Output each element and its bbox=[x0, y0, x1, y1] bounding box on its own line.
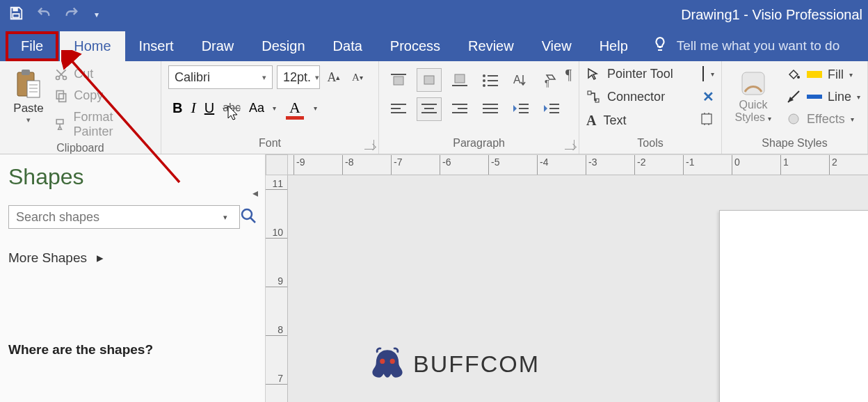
svg-text:A: A bbox=[513, 74, 521, 86]
paragraph-marks-button[interactable]: ¶ bbox=[565, 67, 572, 83]
svg-rect-10 bbox=[59, 93, 66, 102]
align-left-button[interactable] bbox=[386, 97, 411, 121]
font-size-value: 12pt. bbox=[283, 70, 311, 85]
paragraph-dialog-launcher[interactable] bbox=[565, 140, 574, 150]
rotate-text-button[interactable]: ¶ bbox=[539, 68, 564, 92]
text-tool-button[interactable]: A Text bbox=[586, 112, 714, 129]
font-name-combo[interactable]: Calibri▾ bbox=[168, 65, 273, 89]
shapes-pane-title: Shapes bbox=[8, 164, 257, 190]
tab-review[interactable]: Review bbox=[454, 31, 528, 61]
ruler-horizontal: -9-8-7-6-5-4-3-2-10123 bbox=[288, 154, 868, 175]
save-icon[interactable] bbox=[8, 6, 24, 24]
svg-point-18 bbox=[483, 74, 485, 77]
effects-button[interactable]: Effects▾ bbox=[786, 111, 860, 127]
document-title: Drawing1 - Visio Professional bbox=[681, 7, 862, 23]
tab-file[interactable]: File bbox=[6, 31, 58, 61]
redo-icon[interactable] bbox=[64, 6, 79, 24]
svg-rect-0 bbox=[13, 8, 17, 12]
qat-customize-icon[interactable]: ▾ bbox=[92, 10, 99, 19]
shapes-pane: Shapes ◂ ▾ More Shapes ▸ Where are the s… bbox=[0, 154, 266, 402]
title-bar: ▾ Drawing1 - Visio Professional bbox=[0, 0, 868, 29]
font-name-value: Calibri bbox=[175, 70, 210, 85]
svg-rect-4 bbox=[27, 81, 40, 97]
more-shapes-button[interactable]: More Shapes ▸ bbox=[8, 250, 257, 266]
quick-styles-button[interactable]: Quick Styles ▾ bbox=[729, 65, 778, 123]
svg-rect-1 bbox=[13, 14, 19, 17]
tab-data[interactable]: Data bbox=[319, 31, 376, 61]
search-shapes-input[interactable] bbox=[8, 205, 240, 229]
fill-label: Fill bbox=[828, 67, 844, 82]
svg-point-48 bbox=[797, 76, 800, 79]
cut-button: Cut bbox=[54, 67, 154, 81]
align-bottom-button[interactable] bbox=[447, 68, 472, 92]
bullets-button[interactable] bbox=[478, 68, 503, 92]
svg-rect-16 bbox=[455, 74, 465, 83]
collapse-pane-icon[interactable]: ◂ bbox=[252, 186, 258, 200]
rectangle-tool-icon[interactable] bbox=[702, 66, 704, 81]
search-dropdown-icon[interactable]: ▾ bbox=[223, 213, 227, 222]
cut-label: Cut bbox=[74, 67, 93, 81]
align-middle-button[interactable] bbox=[417, 68, 442, 92]
paste-dropdown-icon[interactable]: ▾ bbox=[26, 115, 31, 124]
font-color-button[interactable]: A bbox=[284, 99, 305, 117]
tab-insert[interactable]: Insert bbox=[125, 31, 188, 61]
svg-point-53 bbox=[380, 359, 385, 364]
align-center-button[interactable] bbox=[417, 97, 442, 121]
justify-button[interactable] bbox=[478, 97, 503, 121]
svg-text:¶: ¶ bbox=[545, 78, 549, 88]
group-shape-styles: Quick Styles ▾ Fill▾ Line▾ Effects▾ bbox=[722, 61, 868, 154]
tell-me-input[interactable]: Tell me what you want to do bbox=[677, 38, 839, 54]
increase-font-icon[interactable]: A▴ bbox=[324, 67, 344, 88]
connection-point-icon[interactable]: ✕ bbox=[702, 88, 714, 105]
font-dialog-launcher[interactable] bbox=[364, 140, 374, 150]
drawing-page[interactable] bbox=[719, 210, 868, 402]
group-label-tools: Tools bbox=[579, 134, 721, 154]
paste-button[interactable]: Paste ▾ bbox=[7, 65, 50, 124]
group-clipboard: Paste ▾ Cut Copy Format Painter Clipboar… bbox=[0, 61, 161, 154]
bold-button[interactable]: B bbox=[172, 100, 182, 116]
format-painter-button: Format Painter bbox=[54, 110, 154, 139]
text-block-icon[interactable] bbox=[700, 112, 714, 129]
change-case-button[interactable]: Aa bbox=[249, 101, 264, 115]
tab-help[interactable]: Help bbox=[586, 31, 642, 61]
lightbulb-icon bbox=[652, 35, 668, 56]
undo-icon[interactable] bbox=[36, 6, 51, 24]
decrease-font-icon[interactable]: A▾ bbox=[348, 67, 367, 88]
svg-rect-44 bbox=[588, 91, 591, 95]
svg-rect-14 bbox=[394, 77, 403, 85]
tab-design[interactable]: Design bbox=[248, 31, 319, 61]
strikethrough-button[interactable]: abc bbox=[223, 102, 241, 114]
line-button[interactable]: Line▾ bbox=[786, 89, 860, 104]
svg-rect-46 bbox=[702, 114, 712, 124]
text-tool-label: Text bbox=[604, 113, 627, 128]
tab-home[interactable]: Home bbox=[60, 31, 124, 61]
svg-rect-15 bbox=[424, 76, 434, 84]
connector-tool-button[interactable]: Connector ✕ bbox=[586, 88, 714, 105]
font-size-combo[interactable]: 12pt.▾ bbox=[277, 65, 320, 89]
pointer-tool-button[interactable]: Pointer Tool ▾ bbox=[586, 67, 714, 81]
underline-button[interactable]: U bbox=[204, 100, 214, 116]
paste-label: Paste bbox=[13, 102, 43, 115]
tab-process[interactable]: Process bbox=[376, 31, 454, 61]
group-label-paragraph: Paragraph bbox=[379, 134, 579, 154]
group-tools: Pointer Tool ▾ Connector ✕ A Text Tools bbox=[579, 61, 722, 154]
fill-button[interactable]: Fill▾ bbox=[786, 67, 860, 82]
align-right-button[interactable] bbox=[447, 97, 472, 121]
decrease-indent-button[interactable] bbox=[508, 97, 533, 121]
italic-button[interactable]: I bbox=[191, 99, 195, 117]
align-top-button[interactable] bbox=[386, 68, 411, 92]
watermark: BUFFCOM bbox=[369, 345, 540, 383]
format-painter-label: Format Painter bbox=[74, 110, 154, 139]
ruler-vertical: 1110987 bbox=[266, 175, 288, 402]
chevron-right-icon: ▸ bbox=[97, 250, 104, 266]
text-direction-button[interactable]: A bbox=[508, 68, 533, 92]
svg-rect-11 bbox=[56, 90, 63, 99]
effects-label: Effects bbox=[807, 112, 845, 127]
group-label-shape-styles: Shape Styles bbox=[722, 134, 867, 154]
line-label: Line bbox=[828, 90, 851, 104]
increase-indent-button[interactable] bbox=[539, 97, 564, 121]
svg-point-54 bbox=[390, 359, 395, 364]
tab-draw[interactable]: Draw bbox=[188, 31, 248, 61]
search-icon[interactable] bbox=[244, 207, 257, 227]
tab-view[interactable]: View bbox=[528, 31, 586, 61]
